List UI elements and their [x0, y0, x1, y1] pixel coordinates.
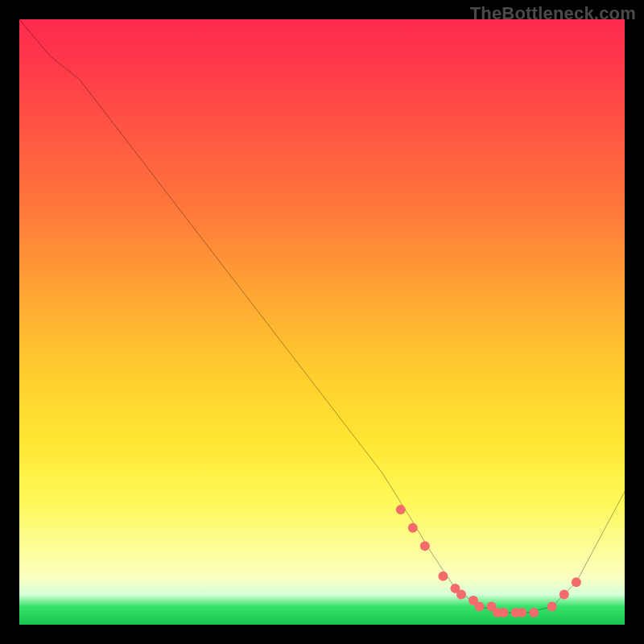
marker-dot: [547, 601, 557, 611]
marker-dot: [456, 589, 466, 599]
curve-group: [19, 19, 625, 613]
marker-dot: [572, 577, 581, 587]
markers-group: [396, 505, 581, 617]
marker-dot: [517, 608, 526, 617]
marker-dot: [438, 572, 448, 581]
chart-stage: TheBottleneck.com: [0, 0, 644, 644]
bottleneck-curve: [19, 19, 625, 613]
watermark-text: TheBottleneck.com: [470, 3, 636, 24]
marker-dot: [420, 541, 430, 551]
marker-dot: [529, 608, 539, 617]
chart-gradient-background: [19, 19, 625, 625]
chart-svg: [19, 19, 625, 625]
marker-dot: [475, 601, 485, 611]
marker-dot: [408, 523, 418, 533]
marker-dot: [499, 608, 509, 617]
marker-dot: [559, 589, 569, 599]
marker-dot: [396, 505, 406, 514]
